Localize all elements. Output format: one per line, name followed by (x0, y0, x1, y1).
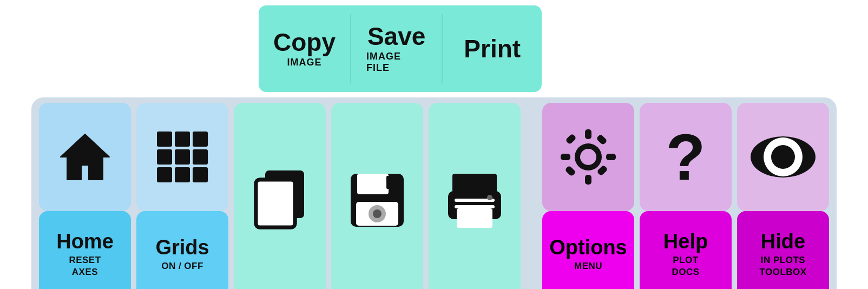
home-button[interactable]: Home RESETAXES (39, 103, 131, 289)
save-icon-area (331, 103, 423, 289)
svg-rect-32 (596, 134, 607, 145)
question-icon: ? (640, 103, 732, 211)
svg-rect-22 (455, 205, 495, 208)
home-label: Home RESETAXES (39, 211, 131, 289)
help-label-sub: PLOTDOCS (672, 254, 699, 278)
grids-icon-area (136, 103, 228, 211)
grids-button[interactable]: Grids ON / OFF (136, 103, 228, 289)
gap-spacer (526, 103, 537, 289)
print-icon (429, 103, 521, 289)
print-button[interactable] (429, 103, 521, 289)
svg-rect-30 (596, 165, 608, 176)
help-label-main: Help (663, 231, 708, 253)
copy-icon-area (234, 103, 326, 289)
buttons-row: Home RESETAXES (31, 97, 837, 289)
options-label-sub: MENU (574, 260, 602, 272)
toolbar-container: Copy IMAGE Save IMAGE FILE Print (21, 0, 847, 289)
svg-rect-27 (561, 154, 570, 160)
svg-point-18 (373, 209, 382, 218)
grids-label-main: Grids (155, 237, 209, 259)
svg-rect-2 (175, 132, 190, 147)
home-icon-area (39, 103, 131, 211)
svg-rect-1 (157, 132, 172, 147)
home-label-main: Home (56, 231, 114, 253)
hide-icon-area (737, 103, 829, 211)
tooltip-copy-sub: IMAGE (287, 57, 322, 68)
svg-point-24 (487, 195, 492, 200)
svg-rect-23 (457, 208, 492, 228)
svg-rect-31 (564, 165, 576, 176)
gear-icon (542, 103, 634, 211)
svg-rect-25 (585, 129, 591, 139)
options-label-main: Options (549, 237, 627, 259)
hide-button[interactable]: Hide in PlotsToolbox (737, 103, 829, 289)
tooltip-copy-main: Copy (273, 30, 336, 55)
tooltip-copy: Copy IMAGE (259, 5, 350, 92)
svg-rect-15 (386, 176, 393, 189)
eye-icon (737, 103, 829, 211)
hide-label-main: Hide (761, 231, 805, 253)
tooltip-box: Copy IMAGE Save IMAGE FILE Print (259, 5, 542, 92)
svg-rect-5 (175, 149, 190, 165)
home-label-sub: RESETAXES (69, 254, 101, 278)
svg-rect-29 (565, 133, 576, 144)
tooltip-save: Save IMAGE FILE (351, 5, 442, 92)
svg-rect-14 (357, 174, 389, 194)
options-icon-area (542, 103, 634, 211)
svg-rect-19 (452, 174, 497, 193)
tooltip-save-main: Save (367, 24, 425, 49)
copy-icon (234, 103, 326, 289)
copy-button[interactable] (234, 103, 326, 289)
svg-rect-7 (157, 167, 172, 182)
home-icon (39, 103, 131, 211)
options-label: Options MENU (542, 211, 634, 289)
help-button[interactable]: ? Help PLOTDOCS (640, 103, 732, 289)
save-icon (331, 103, 423, 289)
svg-rect-3 (193, 132, 208, 147)
options-button[interactable]: Options MENU (542, 103, 634, 289)
svg-rect-6 (193, 149, 208, 165)
tooltip-print-main: Print (443, 5, 542, 92)
svg-point-37 (778, 152, 788, 162)
grid-icon (136, 103, 228, 211)
hide-label: Hide in PlotsToolbox (737, 211, 829, 289)
hide-label-sub: in PlotsToolbox (759, 254, 806, 278)
tooltip-save-sub: IMAGE FILE (366, 51, 426, 74)
svg-marker-0 (61, 134, 109, 180)
svg-rect-8 (175, 167, 190, 182)
grids-label: Grids ON / OFF (136, 211, 228, 289)
help-label: Help PLOTDOCS (640, 211, 732, 289)
svg-rect-9 (193, 167, 208, 182)
svg-rect-28 (606, 154, 616, 160)
save-button[interactable] (331, 103, 423, 289)
svg-rect-4 (157, 149, 172, 165)
help-icon-area: ? (640, 103, 732, 211)
svg-rect-26 (585, 175, 591, 185)
grids-label-sub: ON / OFF (161, 260, 203, 272)
print-icon-area (429, 103, 521, 289)
svg-rect-12 (256, 180, 295, 227)
